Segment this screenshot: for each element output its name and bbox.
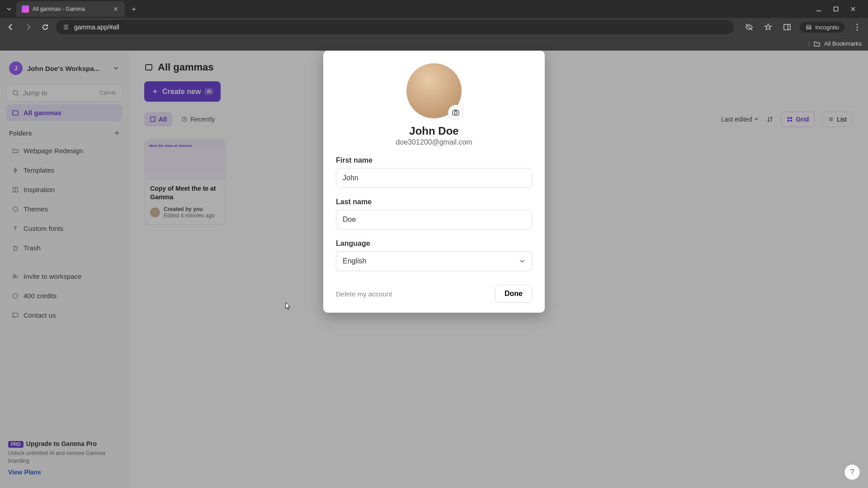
user-email: doe301200@gmail.com [336,138,532,146]
done-button[interactable]: Done [495,285,532,303]
incognito-icon [805,23,812,31]
chevron-down-icon [519,258,525,264]
back-icon[interactable] [5,21,17,33]
bookmark-star-icon[interactable] [762,21,774,33]
tab-title: All gammas - Gamma [33,6,108,12]
browser-tab[interactable]: All gammas - Gamma ✕ [16,1,125,17]
incognito-badge[interactable]: Incognito [800,22,844,33]
change-photo-button[interactable] [448,105,463,120]
maximize-icon[interactable] [832,5,840,13]
minimize-icon[interactable] [815,5,823,13]
svg-rect-1 [784,24,790,30]
side-panel-icon[interactable] [781,21,793,33]
svg-point-4 [857,29,858,31]
kebab-menu-icon[interactable] [851,21,863,33]
svg-point-2 [857,24,858,25]
site-info-icon[interactable] [62,23,70,31]
all-bookmarks-link[interactable]: All Bookmarks [824,40,862,47]
folder-icon [813,40,821,47]
svg-point-3 [857,27,858,28]
address-bar[interactable]: gamma.app/#all [56,20,734,34]
eye-off-icon[interactable] [743,21,755,33]
forward-icon[interactable] [22,21,34,33]
new-tab-button[interactable]: ＋ [127,3,140,15]
svg-rect-0 [834,7,838,11]
gamma-favicon [22,5,29,13]
last-name-label: Last name [336,198,532,206]
camera-icon [452,108,460,117]
delete-account-link[interactable]: Delete my account [336,290,392,298]
mouse-cursor [285,302,292,311]
first-name-label: First name [336,156,532,164]
language-select[interactable]: English [336,251,532,271]
user-display-name: John Doe [336,125,532,137]
help-button[interactable]: ? [844,465,860,480]
language-label: Language [336,239,532,248]
reload-icon[interactable] [39,21,52,33]
account-settings-modal: John Doe doe301200@gmail.com First name … [323,51,545,313]
url-text: gamma.app/#all [74,23,119,31]
first-name-input[interactable] [336,168,532,188]
last-name-input[interactable] [336,210,532,230]
close-window-icon[interactable] [849,5,857,13]
tabs-dropdown[interactable] [4,4,14,14]
close-tab-icon[interactable]: ✕ [112,5,119,13]
svg-point-20 [454,112,457,114]
